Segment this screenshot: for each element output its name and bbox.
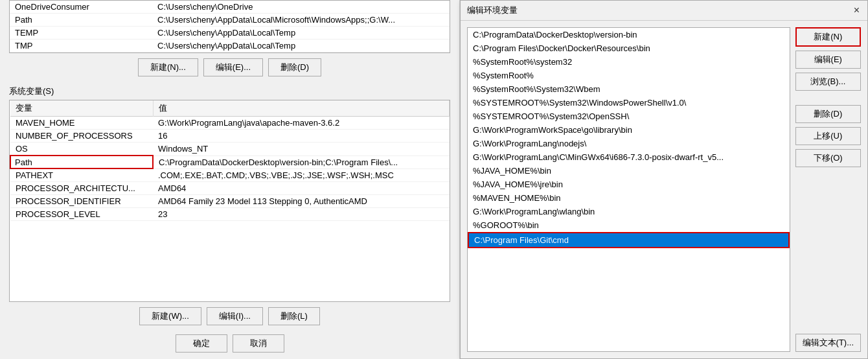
system-table-row[interactable]: OSWindows_NT	[10, 143, 450, 156]
system-table-row[interactable]: PathC:\ProgramData\DockerDesktop\version…	[10, 156, 450, 168]
path-item[interactable]: %SystemRoot%\system32	[468, 55, 790, 69]
sys-new-button[interactable]: 新建(W)...	[139, 307, 201, 325]
system-table-row[interactable]: MAVEN_HOMEG:\Work\ProgramLang\java\apach…	[10, 117, 450, 130]
path-item[interactable]: G:\Work\ProgramLang\C\MinGWx64\i686-7.3.…	[468, 150, 790, 164]
path-item[interactable]: C:\ProgramData\DockerDesktop\version-bin	[468, 28, 790, 41]
user-delete-button[interactable]: 删除(D)	[268, 58, 321, 76]
user-table-row[interactable]: TMPC:\Users\cheny\AppData\Local\Temp	[10, 40, 450, 52]
system-variables-section: 系统变量(S) 变量 值 MAVEN_HOMEG:\Work\ProgramLa…	[0, 82, 459, 330]
col-val: 值	[153, 100, 450, 117]
dialog-title: 编辑环境变量	[467, 5, 518, 16]
path-item[interactable]: %JAVA_HOME%\bin	[468, 164, 790, 178]
system-table-row[interactable]: PROCESSOR_IDENTIFIERAMD64 Family 23 Mode…	[10, 195, 450, 208]
user-edit-button[interactable]: 编辑(E)...	[203, 58, 263, 76]
left-panel: OneDriveConsumerC:\Users\cheny\OneDriveP…	[0, 0, 460, 359]
user-table-row[interactable]: TEMPC:\Users\cheny\AppData\Local\Temp	[10, 27, 450, 40]
path-item[interactable]: %SYSTEMROOT%\System32\OpenSSH\	[468, 110, 790, 123]
system-table-row[interactable]: PROCESSOR_ARCHITECTU...AMD64	[10, 182, 450, 195]
ok-button[interactable]: 确定	[176, 334, 227, 353]
system-variables-table[interactable]: 变量 值 MAVEN_HOMEG:\Work\ProgramLang\java\…	[9, 100, 450, 302]
dialog-close-button[interactable]: ×	[852, 5, 861, 16]
system-variables-buttons: 新建(W)... 编辑(I)... 删除(L)	[0, 302, 459, 330]
dialog-action-btn[interactable]: 浏览(B)...	[795, 73, 861, 91]
sys-delete-button[interactable]: 删除(L)	[268, 307, 320, 325]
path-item[interactable]: G:\Work\ProgramWorkSpace\go\library\bin	[468, 123, 790, 137]
dialog-content: C:\ProgramData\DockerDesktop\version-bin…	[461, 21, 867, 358]
dialog-action-btn[interactable]: 下移(O)	[795, 149, 861, 167]
user-new-button[interactable]: 新建(N)...	[138, 58, 198, 76]
col-var: 变量	[10, 100, 153, 117]
path-item[interactable]: C:\Program Files\Docker\Docker\Resources…	[468, 41, 790, 55]
dialog-action-btn[interactable]: 编辑文本(T)...	[795, 334, 861, 352]
dialog-action-buttons: 新建(N)编辑(E)浏览(B)...删除(D)上移(U)下移(O)编辑文本(T)…	[795, 27, 861, 352]
confirm-buttons: 确定 取消	[0, 330, 459, 359]
user-variables-buttons: 新建(N)... 编辑(E)... 删除(D)	[0, 53, 459, 82]
user-variables-section: OneDriveConsumerC:\Users\cheny\OneDriveP…	[0, 0, 459, 82]
path-list[interactable]: C:\ProgramData\DockerDesktop\version-bin…	[467, 27, 790, 352]
path-item[interactable]: G:\Work\ProgramLang\nodejs\	[468, 137, 790, 150]
path-item[interactable]: %SYSTEMROOT%\System32\WindowsPowerShell\…	[468, 96, 790, 110]
user-table-row[interactable]: OneDriveConsumerC:\Users\cheny\OneDrive	[10, 1, 450, 14]
path-item[interactable]: %MAVEN_HOME%\bin	[468, 191, 790, 205]
system-table-row[interactable]: NUMBER_OF_PROCESSORS16	[10, 130, 450, 143]
edit-env-dialog: 编辑环境变量 × C:\ProgramData\DockerDesktop\ve…	[460, 0, 868, 359]
path-item[interactable]: %SystemRoot%	[468, 69, 790, 82]
system-table-row[interactable]: PROCESSOR_LEVEL23	[10, 208, 450, 221]
system-table-header: 变量 值	[10, 100, 450, 117]
dialog-action-btn[interactable]: 上移(U)	[795, 127, 861, 145]
user-variables-table[interactable]: OneDriveConsumerC:\Users\cheny\OneDriveP…	[9, 0, 450, 53]
path-item[interactable]: %SystemRoot%\System32\Wbem	[468, 82, 790, 96]
user-table-row[interactable]: PathC:\Users\cheny\AppData\Local\Microso…	[10, 14, 450, 27]
path-item[interactable]: G:\Work\ProgramLang\wlang\bin	[468, 205, 790, 218]
path-item[interactable]: C:\Program Files\Git\cmd	[468, 232, 790, 248]
dialog-action-btn[interactable]: 删除(D)	[795, 105, 861, 123]
dialog-action-btn[interactable]: 新建(N)	[795, 27, 861, 47]
dialog-action-btn[interactable]: 编辑(E)	[795, 51, 861, 69]
dialog-titlebar: 编辑环境变量 ×	[461, 1, 867, 21]
sys-edit-button[interactable]: 编辑(I)...	[207, 307, 263, 325]
path-item[interactable]: %GOROOT%\bin	[468, 218, 790, 232]
path-item[interactable]: %JAVA_HOME%\jre\bin	[468, 178, 790, 191]
system-variables-label: 系统变量(S)	[0, 82, 459, 100]
system-table-row[interactable]: PATHEXT.COM;.EXE;.BAT;.CMD;.VBS;.VBE;.JS…	[10, 168, 450, 182]
cancel-button[interactable]: 取消	[233, 334, 284, 353]
